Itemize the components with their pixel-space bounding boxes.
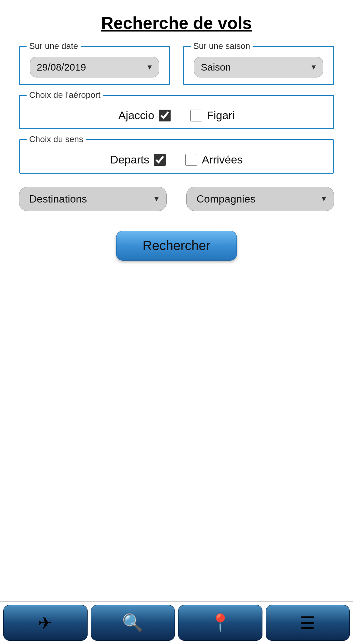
departs-checkbox[interactable] — [154, 154, 166, 166]
destinations-select[interactable]: Destinations — [19, 187, 167, 211]
departs-label: Departs — [110, 153, 149, 166]
destinations-select-wrapper: Destinations — [19, 187, 167, 211]
arrivees-checkbox[interactable] — [185, 154, 197, 166]
ajaccio-checkbox-item[interactable]: Ajaccio — [118, 109, 171, 122]
direction-fieldset: Choix du sens Departs Arrivées — [19, 139, 334, 174]
search-button[interactable]: Rechercher — [116, 231, 237, 261]
airport-checkboxes: Ajaccio Figari — [30, 106, 323, 122]
departs-checkbox-item[interactable]: Departs — [110, 153, 166, 166]
season-select-wrapper: Saison — [194, 57, 323, 77]
airport-fieldset: Choix de l'aéroport Ajaccio Figari — [19, 95, 334, 129]
nav-location-button[interactable]: 📍 — [178, 605, 262, 641]
page-title: Recherche de vols — [101, 13, 252, 33]
ajaccio-checkbox[interactable] — [159, 110, 171, 121]
figari-checkbox[interactable] — [190, 110, 202, 121]
plane-icon: ✈ — [38, 613, 52, 633]
season-fieldset: Sur une saison Saison — [183, 46, 334, 85]
location-icon: 📍 — [210, 613, 231, 633]
date-select-wrapper: 29/08/2019 — [30, 57, 159, 77]
compagnies-select-wrapper: Compagnies — [186, 187, 334, 211]
ajaccio-label: Ajaccio — [118, 109, 155, 122]
filter-dropdowns: Destinations Compagnies — [19, 187, 334, 211]
date-legend: Sur une date — [27, 41, 81, 51]
season-select[interactable]: Saison — [194, 57, 323, 77]
menu-icon: ☰ — [300, 613, 315, 633]
figari-checkbox-item[interactable]: Figari — [190, 109, 235, 122]
compagnies-select[interactable]: Compagnies — [186, 187, 334, 211]
season-legend: Sur une saison — [191, 41, 253, 51]
airport-legend: Choix de l'aéroport — [27, 90, 103, 100]
bottom-nav: ✈ 🔍 📍 ☰ — [0, 601, 353, 644]
arrivees-checkbox-item[interactable]: Arrivées — [185, 153, 243, 166]
direction-checkboxes: Departs Arrivées — [30, 150, 323, 166]
date-fieldset: Sur une date 29/08/2019 — [19, 46, 170, 85]
arrivees-label: Arrivées — [202, 153, 243, 166]
nav-menu-button[interactable]: ☰ — [266, 605, 350, 641]
search-icon: 🔍 — [122, 613, 143, 633]
nav-flight-button[interactable]: ✈ — [3, 605, 88, 641]
direction-legend: Choix du sens — [27, 134, 86, 144]
nav-search-button[interactable]: 🔍 — [91, 605, 175, 641]
figari-label: Figari — [207, 109, 235, 122]
date-select[interactable]: 29/08/2019 — [30, 57, 159, 77]
